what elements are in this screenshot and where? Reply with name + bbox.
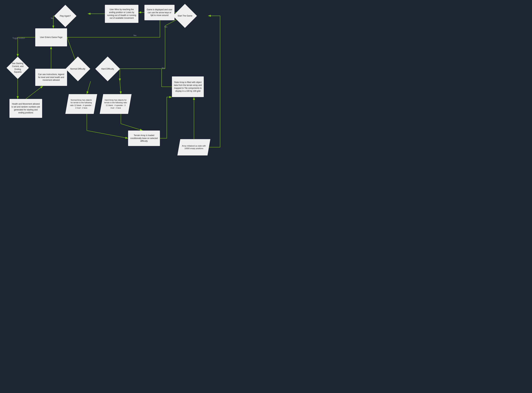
yes-label-1: Yes (51, 17, 54, 19)
normal-diff-node: Normal Difficulty (65, 56, 90, 81)
flowchart: Toggle Button Play Again? Yes User Wins … (0, 0, 266, 196)
state-array-node: State Array is filled with object data f… (172, 76, 204, 97)
user-wins-label: User Wins by reaching the ending positio… (107, 8, 137, 20)
yes-label-5: Yes (164, 26, 167, 28)
hard-array-node: Hard Array has objects for terrain in th… (101, 94, 130, 114)
start-game-label: Start The Game (177, 14, 193, 18)
user-wins-node: User Wins by reaching the ending positio… (105, 5, 138, 23)
game-displayed-node: Game is displayed and user can use the a… (145, 5, 175, 20)
start-game-node: Start The Game (173, 4, 197, 28)
toggle-button-label: Toggle Button (12, 37, 25, 39)
terrain-array-label: Terrain Array is loaded conditionally ba… (130, 134, 158, 142)
normal-array-label: Normal Array has objects for terrain in … (70, 99, 93, 109)
see-squares-label: See Starting, Current, and Ending Square… (10, 61, 26, 74)
svg-line-10 (120, 81, 121, 94)
user-enters-node: User Enters Game Page (35, 28, 67, 46)
user-enters-label: User Enters Game Page (40, 36, 62, 39)
terrain-array-node: Terrain Array is loaded conditionally ba… (128, 131, 160, 146)
play-again-label: Play Again? (59, 14, 71, 18)
hard-diff-node: Hard Difficulty (95, 56, 120, 81)
hard-diff-label: Hard Difficulty (100, 66, 115, 71)
yes-label-3: Yes (133, 34, 136, 36)
yes-label-4: Yes (162, 67, 165, 69)
see-squares-node: See Starting, Current, and Ending Square… (6, 57, 29, 79)
state-array-label: State Array is filled with object data f… (174, 81, 202, 92)
normal-diff-label: Normal Difficulty (70, 66, 86, 71)
health-movement-node: Health and Movement allowed is set and r… (10, 99, 42, 118)
array-initialized-node: Array initialized as state with 10000 em… (179, 139, 209, 155)
svg-line-7 (26, 86, 43, 99)
svg-line-9 (87, 81, 91, 94)
normal-array-node: Normal Array has objects for terrain in … (67, 94, 95, 114)
game-displayed-label: Game is displayed and user can use the a… (146, 8, 173, 17)
hard-array-label: Hard Array has objects for terrain in th… (104, 99, 127, 109)
instructions-node: Can see Instructions, legend for level a… (35, 69, 67, 86)
health-movement-label: Health and Movement allowed is set and r… (11, 103, 40, 114)
instructions-label: Can see Instructions, legend for level a… (37, 73, 65, 82)
array-initialized-label: Array initialized as state with 10000 em… (181, 145, 206, 150)
play-again-node: Play Again? (54, 5, 76, 27)
